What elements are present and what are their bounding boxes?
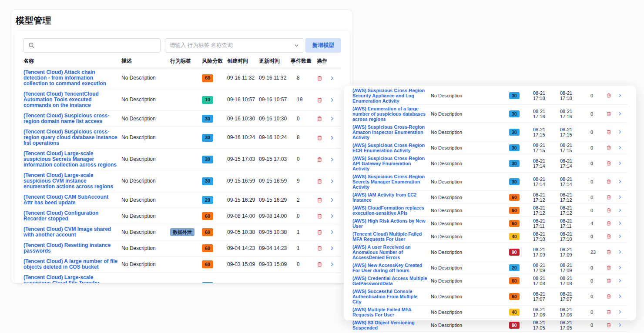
delete-icon[interactable]: [317, 157, 322, 163]
delete-icon[interactable]: [317, 75, 322, 81]
chevron-right-icon[interactable]: [617, 179, 622, 184]
table-row: (Tencent Cloud) Suspicious cross-region …: [23, 111, 341, 127]
event-count: 1: [291, 246, 315, 251]
model-name-link[interactable]: (AWS) S3 Object Versioning Suspended: [352, 320, 415, 330]
table-row: (Tencent Cloud) Large-scale suspicious S…: [23, 149, 341, 170]
chevron-right-icon[interactable]: [329, 230, 335, 235]
updated-time: 09-04 14:23: [259, 246, 291, 251]
delete-icon[interactable]: [606, 249, 611, 255]
chevron-right-icon[interactable]: [617, 265, 622, 270]
delete-icon[interactable]: [606, 233, 611, 239]
delete-icon[interactable]: [317, 229, 322, 235]
table-row: (AWS) A user Received an Anomalous Numbe…: [352, 243, 627, 261]
chevron-right-icon[interactable]: [329, 179, 335, 184]
add-model-button[interactable]: 新增模型: [305, 38, 341, 53]
model-name-link[interactable]: (AWS) Credential Access Multiple GetPass…: [352, 276, 427, 286]
model-name-link[interactable]: (Tencent Cloud) Large-scale suspicious S…: [23, 150, 117, 168]
model-name-link[interactable]: (AWS) Suspicious Cross-Region Secrets Ma…: [352, 174, 425, 190]
chevron-right-icon[interactable]: [329, 97, 335, 103]
chevron-right-icon[interactable]: [329, 76, 335, 81]
event-count: 0: [588, 195, 605, 200]
model-name-link[interactable]: (Tencent Cloud) Configuration Recorder s…: [23, 210, 98, 222]
delete-icon[interactable]: [606, 309, 611, 315]
search-input[interactable]: [23, 38, 161, 53]
tag-filter-select[interactable]: 请输入 行为标签 名称查询: [165, 38, 304, 53]
model-name-link[interactable]: (Tencent Cloud) Large-scale suspicious C…: [23, 172, 113, 190]
model-name-link[interactable]: (AWS) IAM Activity from EC2 Instance: [352, 192, 416, 203]
model-name-link[interactable]: (AWS) CloudFormation replaces execution-…: [352, 205, 424, 216]
model-name-link[interactable]: (Tencent Cloud) CVM Image shared with an…: [23, 226, 111, 238]
delete-icon[interactable]: [606, 160, 611, 166]
table-row: (Tencent Cloud) Large-scale suspicious C…: [23, 170, 341, 192]
chevron-right-icon[interactable]: [329, 116, 335, 121]
created-time: 08-21 17:14: [533, 176, 560, 187]
chevron-right-icon[interactable]: [617, 250, 622, 254]
model-name-link[interactable]: (AWS) Suspicious Cross-Region ECR Enumer…: [352, 143, 425, 153]
model-name-link[interactable]: (AWS) High Risk Actions by New User: [352, 218, 426, 229]
event-count: 8: [291, 135, 315, 140]
model-name-link[interactable]: (AWS) Suspicious Cross-Region Amazon Ins…: [352, 124, 425, 140]
chevron-right-icon[interactable]: [617, 130, 622, 134]
delete-icon[interactable]: [606, 293, 611, 299]
chevron-right-icon[interactable]: [329, 246, 335, 251]
model-name-link[interactable]: (AWS) Suspicious Cross-Region API Gatewa…: [352, 156, 425, 171]
model-name-link[interactable]: (Tencent Cloud) Attack chain detection -…: [23, 69, 106, 87]
chevron-right-icon[interactable]: [617, 310, 622, 314]
chevron-right-icon[interactable]: [617, 234, 622, 239]
model-name-link[interactable]: (AWS) Multiple Failed MFA Requests For U…: [352, 307, 411, 317]
chevron-right-icon[interactable]: [329, 157, 335, 162]
model-name-link[interactable]: (Tencent Cloud) TencentCloud Automation …: [23, 91, 99, 108]
table-row: (AWS) Suspicious Cross-Region Secrets Ma…: [352, 173, 627, 191]
chevron-right-icon[interactable]: [329, 213, 335, 219]
model-name-link[interactable]: (Tencent Cloud) Suspicious cross-region …: [23, 129, 117, 146]
model-name-link[interactable]: (AWS) A user Received an Anomalous Numbe…: [352, 244, 411, 260]
delete-icon[interactable]: [606, 278, 611, 283]
delete-icon[interactable]: [606, 93, 611, 98]
delete-icon[interactable]: [317, 135, 322, 141]
model-name-link[interactable]: (AWS) Enumeration of a large number of s…: [352, 106, 426, 122]
delete-icon[interactable]: [317, 261, 322, 267]
delete-icon[interactable]: [606, 220, 611, 226]
delete-icon[interactable]: [606, 111, 611, 117]
chevron-right-icon[interactable]: [617, 111, 622, 116]
delete-icon[interactable]: [606, 129, 611, 135]
delete-icon[interactable]: [606, 207, 611, 213]
chevron-right-icon[interactable]: [617, 221, 622, 226]
model-name-link[interactable]: (AWS) Suspicious Cross-Region Security A…: [352, 88, 425, 103]
model-name-link[interactable]: (Tencent Cloud) CAM SubAccount Attr has …: [23, 194, 108, 206]
chevron-right-icon[interactable]: [329, 135, 335, 140]
risk-score-badge: 60: [509, 194, 520, 201]
chevron-right-icon[interactable]: [617, 208, 622, 213]
model-name-link[interactable]: (Tencent Cloud) Resetting instance passw…: [23, 242, 111, 254]
model-name-link[interactable]: (AWS) Successful Console Authentication …: [352, 289, 417, 304]
model-name-link[interactable]: (Tencent Cloud) Multiple Failed MFA Requ…: [352, 231, 422, 242]
chevron-right-icon[interactable]: [617, 323, 622, 327]
table-row: (Tencent Cloud) Attack chain detection -…: [23, 67, 341, 89]
delete-icon[interactable]: [317, 178, 322, 184]
delete-icon[interactable]: [317, 213, 322, 219]
model-name-link[interactable]: (Tencent Cloud) Suspicious cross-region …: [23, 113, 109, 124]
delete-icon[interactable]: [317, 197, 322, 203]
chevron-right-icon[interactable]: [329, 262, 335, 267]
chevron-right-icon[interactable]: [329, 197, 335, 203]
chevron-right-icon[interactable]: [617, 294, 622, 299]
delete-icon[interactable]: [606, 179, 611, 184]
model-name-link[interactable]: (Tencent Cloud) A large number of file o…: [23, 258, 117, 270]
chevron-right-icon[interactable]: [617, 93, 622, 98]
model-name-link[interactable]: (AWS) New AccessKey Created For User dur…: [352, 263, 422, 273]
delete-icon[interactable]: [317, 97, 322, 103]
delete-icon[interactable]: [606, 145, 611, 150]
chevron-right-icon[interactable]: [617, 161, 622, 166]
delete-icon[interactable]: [606, 265, 611, 270]
delete-icon[interactable]: [317, 245, 322, 251]
col-desc: 描述: [121, 58, 170, 64]
delete-icon[interactable]: [317, 116, 322, 122]
col-ops: 操作: [315, 58, 340, 64]
delete-icon[interactable]: [606, 194, 611, 200]
chevron-right-icon[interactable]: [617, 145, 622, 150]
delete-icon[interactable]: [606, 322, 611, 328]
risk-score-badge: 30: [202, 282, 213, 283]
chevron-right-icon[interactable]: [617, 195, 622, 200]
chevron-right-icon[interactable]: [617, 278, 622, 283]
model-name-link[interactable]: (Tencent Cloud) Large-scale suspicious C…: [23, 274, 105, 283]
